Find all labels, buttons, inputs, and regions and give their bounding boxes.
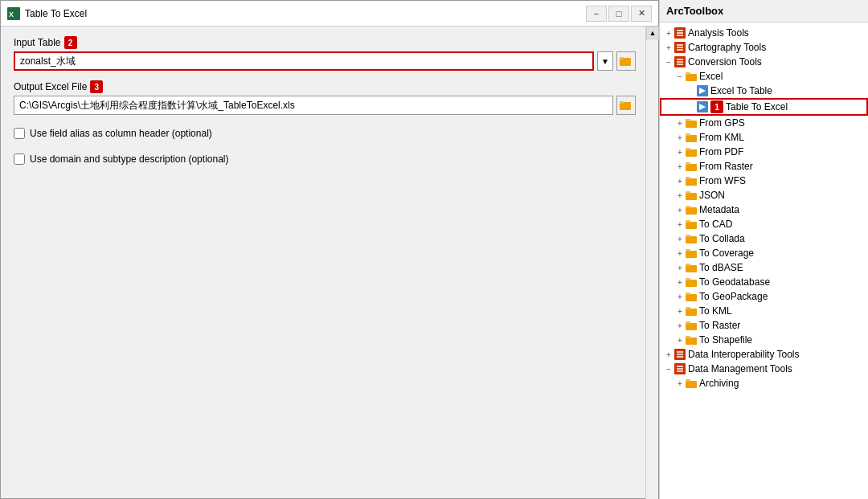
tree-item-metadata[interactable]: +Metadata xyxy=(660,202,868,217)
expand-icon-to-geodatabase[interactable]: + xyxy=(674,276,686,288)
tree-item-excel-to-table[interactable]: Excel To Table xyxy=(660,84,868,98)
expand-icon-excel-to-table[interactable] xyxy=(686,85,697,96)
svg-rect-5 xyxy=(620,101,624,104)
tree-item-label-from-kml: From KML xyxy=(699,132,744,143)
tree-item-label-excel-folder: Excel xyxy=(699,71,723,82)
expand-icon-to-dbase[interactable]: + xyxy=(674,262,686,273)
svg-rect-64 xyxy=(686,381,697,388)
checkbox2-label[interactable]: Use domain and subtype description (opti… xyxy=(30,153,228,165)
tree-item-cartography-tools[interactable]: +Cartography Tools xyxy=(660,40,868,55)
svg-rect-34 xyxy=(686,193,697,200)
excel-icon: X xyxy=(7,7,20,20)
expand-icon-data-management-tools[interactable]: − xyxy=(663,363,674,374)
tree-item-data-interoperability-tools[interactable]: +Data Interoperability Tools xyxy=(660,347,868,362)
tree-item-from-gps[interactable]: +From GPS xyxy=(660,116,868,130)
tree-item-table-to-excel[interactable]: 1Table To Excel xyxy=(660,98,868,116)
output-excel-browse[interactable] xyxy=(616,96,636,115)
expand-icon-excel-folder[interactable]: − xyxy=(674,71,686,82)
tree-item-json[interactable]: +JSON xyxy=(660,188,868,202)
output-excel-field[interactable] xyxy=(14,96,613,115)
tool-icon-excel-to-table xyxy=(697,85,708,96)
expand-icon-archiving[interactable]: + xyxy=(674,378,686,389)
tree-item-label-data-interoperability-tools: Data Interoperability Tools xyxy=(688,349,800,360)
tree-item-label-analysis-tools: Analysis Tools xyxy=(688,27,749,39)
expand-icon-to-shapefile[interactable]: + xyxy=(674,334,686,346)
tree-item-to-dbase[interactable]: +To dBASE xyxy=(660,260,868,275)
folder-icon-to-geopackage xyxy=(686,292,697,301)
tree-item-label-json: JSON xyxy=(699,190,725,201)
svg-rect-47 xyxy=(686,278,690,280)
tree-item-from-kml[interactable]: +From KML xyxy=(660,130,868,145)
tree-item-conversion-tools[interactable]: −Conversion Tools xyxy=(660,55,868,69)
tree-item-to-geodatabase[interactable]: +To Geodatabase xyxy=(660,275,868,289)
tree-item-from-pdf[interactable]: +From PDF xyxy=(660,145,868,159)
expand-icon-json[interactable]: + xyxy=(674,190,686,201)
folder-icon-json xyxy=(686,190,697,200)
expand-icon-data-interoperability-tools[interactable]: + xyxy=(663,349,674,360)
tree-item-data-management-tools[interactable]: −Data Management Tools xyxy=(660,362,868,376)
svg-rect-54 xyxy=(686,337,697,345)
tree-item-to-shapefile[interactable]: +To Shapefile xyxy=(660,333,868,347)
expand-icon-from-gps[interactable]: + xyxy=(674,117,686,129)
svg-rect-53 xyxy=(686,321,690,324)
svg-rect-31 xyxy=(686,162,690,165)
tree-item-label-from-pdf: From PDF xyxy=(699,146,743,157)
expand-icon-conversion-tools[interactable]: − xyxy=(663,56,674,67)
tree-item-archiving[interactable]: +Archiving xyxy=(660,376,868,391)
tree-item-label-metadata: Metadata xyxy=(699,204,739,215)
expand-icon-to-raster[interactable]: + xyxy=(674,320,686,331)
tree-item-label-table-to-excel: Table To Excel xyxy=(726,101,788,112)
window-title: Table To Excel xyxy=(25,8,87,19)
tree-item-from-wfs[interactable]: +From WFS xyxy=(660,174,868,188)
checkbox1[interactable] xyxy=(14,128,25,139)
expand-icon-from-kml[interactable]: + xyxy=(674,132,686,143)
folder-icon-from-raster xyxy=(686,162,697,171)
expand-icon-from-wfs[interactable]: + xyxy=(674,175,686,186)
expand-icon-to-geopackage[interactable]: + xyxy=(674,291,686,302)
toolbox-icon-analysis-tools xyxy=(674,27,686,39)
scroll-track xyxy=(646,39,658,499)
expand-icon-to-collada[interactable]: + xyxy=(674,233,686,244)
checkbox2-row: Use domain and subtype description (opti… xyxy=(14,150,636,168)
output-excel-row xyxy=(14,96,636,115)
svg-rect-41 xyxy=(686,235,690,237)
toolbox-header: ArcToolbox xyxy=(660,0,868,22)
checkbox1-label[interactable]: Use field alias as column header (option… xyxy=(30,128,212,139)
checkbox2[interactable] xyxy=(14,153,25,165)
close-button[interactable]: ✕ xyxy=(631,6,652,22)
input-table-browse[interactable] xyxy=(616,51,636,71)
tree-item-label-data-management-tools: Data Management Tools xyxy=(688,363,792,374)
svg-rect-24 xyxy=(686,121,697,128)
input-table-field[interactable] xyxy=(14,51,594,71)
tree-item-to-kml[interactable]: +To KML xyxy=(660,304,868,318)
toolbox-icon-cartography-tools xyxy=(674,42,686,53)
expand-icon-to-coverage[interactable]: + xyxy=(674,247,686,259)
tree-item-label-archiving: Archiving xyxy=(699,378,739,389)
svg-rect-39 xyxy=(686,220,690,223)
expand-icon-table-to-excel[interactable] xyxy=(686,101,697,112)
tree-item-to-coverage[interactable]: +To Coverage xyxy=(660,246,868,260)
svg-rect-26 xyxy=(686,135,697,142)
svg-text:X: X xyxy=(9,10,14,18)
dialog-window: X Table To Excel − □ ✕ Input Table 2 ▼ xyxy=(0,0,659,499)
tree-item-from-raster[interactable]: +From Raster xyxy=(660,159,868,174)
expand-icon-from-pdf[interactable]: + xyxy=(674,146,686,157)
expand-icon-from-raster[interactable]: + xyxy=(674,161,686,172)
tree-item-excel-folder[interactable]: −Excel xyxy=(660,69,868,84)
maximize-button[interactable]: □ xyxy=(608,6,629,22)
expand-icon-to-kml[interactable]: + xyxy=(674,305,686,317)
tree-item-to-collada[interactable]: +To Collada xyxy=(660,231,868,246)
tree-item-to-raster[interactable]: +To Raster xyxy=(660,318,868,333)
expand-icon-metadata[interactable]: + xyxy=(674,204,686,215)
output-excel-badge: 3 xyxy=(90,80,103,93)
tree-item-to-cad[interactable]: +To CAD xyxy=(660,217,868,231)
minimize-button[interactable]: − xyxy=(586,6,607,22)
scroll-up-button[interactable]: ▲ xyxy=(646,27,659,39)
expand-icon-analysis-tools[interactable]: + xyxy=(663,27,674,39)
tree-item-analysis-tools[interactable]: +Analysis Tools xyxy=(660,26,868,40)
expand-icon-to-cad[interactable]: + xyxy=(674,219,686,230)
input-table-dropdown[interactable]: ▼ xyxy=(597,51,613,71)
tree-item-to-geopackage[interactable]: +To GeoPackage xyxy=(660,289,868,304)
expand-icon-cartography-tools[interactable]: + xyxy=(663,42,674,53)
tree-item-label-conversion-tools: Conversion Tools xyxy=(688,56,762,67)
